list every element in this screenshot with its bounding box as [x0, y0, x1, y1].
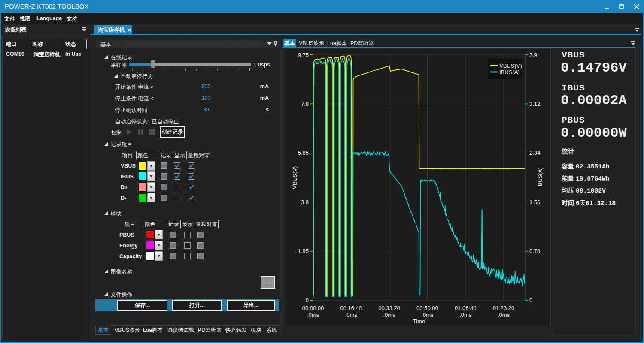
svg-text:3.9: 3.9 [529, 52, 537, 58]
svg-text:IBUS(A): IBUS(A) [499, 69, 520, 75]
svg-text:01:06:40: 01:06:40 [455, 305, 477, 311]
svg-text:9.75: 9.75 [298, 52, 309, 58]
svg-text:5.85: 5.85 [298, 150, 309, 156]
svg-text:01:23:20: 01:23:20 [493, 305, 515, 311]
svg-text:3.12: 3.12 [529, 101, 540, 107]
svg-text:Time: Time [413, 318, 425, 325]
svg-text:.0ms: .0ms [498, 312, 510, 318]
svg-text:1.56: 1.56 [529, 199, 540, 205]
svg-text:00:33:20: 00:33:20 [378, 305, 400, 311]
svg-text:0: 0 [306, 297, 309, 304]
svg-text:.0ms: .0ms [345, 312, 358, 318]
svg-text:.0ms: .0ms [307, 312, 319, 318]
svg-text:.0ms: .0ms [383, 312, 396, 318]
svg-text:VBUS(V): VBUS(V) [499, 63, 522, 69]
svg-text:0: 0 [529, 297, 532, 304]
svg-text:00:16:40: 00:16:40 [340, 305, 362, 311]
svg-text:VBUS(V): VBUS(V) [292, 166, 298, 189]
svg-text:1.95: 1.95 [298, 248, 309, 254]
svg-text:.0ms: .0ms [421, 312, 434, 318]
svg-text:0.78: 0.78 [529, 248, 540, 254]
svg-text:7.8: 7.8 [301, 101, 309, 107]
svg-text:2.34: 2.34 [529, 150, 540, 156]
svg-text:00:00:00: 00:00:00 [302, 305, 324, 311]
svg-text:.0ms: .0ms [459, 312, 472, 318]
svg-text:IBUS(A): IBUS(A) [537, 167, 543, 188]
svg-text:3.9: 3.9 [301, 199, 309, 205]
svg-text:00:50:00: 00:50:00 [416, 305, 438, 311]
